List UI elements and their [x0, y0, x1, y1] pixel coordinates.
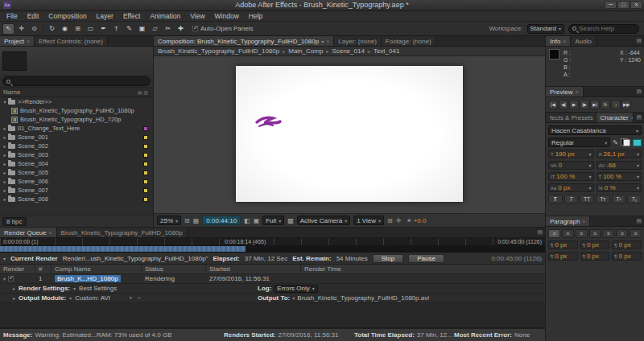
twirl-icon[interactable]: ▾	[3, 276, 6, 281]
close-tab-icon[interactable]: ×	[48, 230, 52, 236]
breadcrumb-scene[interactable]: Scene_014	[332, 47, 364, 55]
label-color-swatch[interactable]	[143, 144, 148, 149]
output-module-value[interactable]: Custom: AVI	[75, 294, 110, 302]
column-number[interactable]: #	[35, 265, 52, 273]
bit-depth-button[interactable]: 8 bpc	[2, 217, 27, 226]
region-of-interest-icon[interactable]: ▩	[287, 217, 294, 224]
space-before-control[interactable]: 0 px	[548, 252, 578, 261]
close-tab-icon[interactable]: ×	[582, 219, 585, 224]
remove-output-module-button[interactable]: −	[137, 294, 142, 302]
label-color-swatch[interactable]	[143, 135, 148, 140]
pixel-aspect-icon[interactable]: ⊞	[387, 217, 393, 224]
panel-menu-icon[interactable]: ▤	[634, 216, 644, 226]
twirl-icon[interactable]: ▸	[2, 161, 8, 166]
snapshot-icon[interactable]: ◧	[244, 217, 250, 224]
project-item-scene[interactable]: ▸ Scene_005	[0, 168, 153, 177]
breadcrumb-comp[interactable]: Brush_Kinetic_Typography_FullHD_1080p	[158, 47, 279, 55]
caret-icon[interactable]	[69, 294, 72, 302]
selection-tool-icon[interactable]: ↖	[2, 23, 14, 35]
add-output-module-button[interactable]: +	[128, 294, 134, 302]
font-size-control[interactable]: 190 px	[548, 150, 594, 158]
next-frame-button[interactable]: |▶	[580, 100, 589, 109]
last-frame-button[interactable]: ▶|	[590, 100, 600, 109]
project-item-scene[interactable]: ▸ Scene_007	[0, 186, 153, 195]
show-channel-icon[interactable]: ▣	[254, 217, 260, 224]
puppet-pin-tool-icon[interactable]: ✚	[175, 23, 187, 35]
close-tab-icon[interactable]: ×	[326, 39, 329, 44]
eyedropper-icon[interactable]: ✎	[613, 139, 618, 146]
vertical-scale-control[interactable]: 100 %	[548, 172, 594, 181]
close-tab-icon[interactable]: ×	[563, 39, 566, 44]
align-center-button[interactable]: ≡	[562, 229, 574, 238]
close-button[interactable]: ×	[630, 1, 642, 9]
stop-button[interactable]: Stop	[373, 254, 403, 263]
render-item-comp-name[interactable]: Brush_K...HD_1080p	[55, 275, 121, 282]
caret-icon[interactable]	[292, 294, 295, 302]
tracking-control[interactable]: -68	[597, 161, 642, 170]
caret-icon[interactable]	[321, 38, 324, 45]
menu-file[interactable]: File	[2, 12, 23, 20]
grid-guides-icon[interactable]: ⊞	[184, 217, 190, 224]
twirl-icon[interactable]: ▾	[3, 256, 6, 261]
extra-spacing-control[interactable]: 0 px	[612, 252, 642, 261]
horizontal-scale-control[interactable]: 100 %	[597, 172, 642, 181]
composition-viewer[interactable]	[154, 56, 545, 213]
small-caps-button[interactable]: Tт	[596, 195, 610, 203]
leading-control[interactable]: 26,1 px	[597, 150, 642, 158]
rotate-tool-icon[interactable]: ↻	[46, 23, 58, 35]
panel-menu-icon[interactable]: ▤	[634, 36, 644, 46]
resolution-select[interactable]: Full	[262, 216, 284, 225]
align-right-button[interactable]: ≡	[576, 229, 588, 238]
indent-left-control[interactable]: 0 px	[548, 240, 578, 249]
menu-view[interactable]: View	[185, 12, 209, 20]
label-color-swatch[interactable]	[143, 179, 148, 184]
column-started[interactable]: Started	[206, 265, 301, 273]
tab-render-queue[interactable]: Render Queue ×	[0, 228, 57, 237]
twirl-icon[interactable]: ▸	[2, 170, 8, 175]
ram-preview-button[interactable]: ▶▶	[621, 100, 631, 109]
type-tool-icon[interactable]: T	[110, 23, 122, 35]
play-button[interactable]: ▶	[569, 100, 579, 109]
twirl-icon[interactable]: ▾	[2, 99, 8, 105]
minimize-button[interactable]: ─	[605, 1, 617, 9]
camera-tool-icon[interactable]: ◉	[59, 23, 71, 35]
breadcrumb-text-layer[interactable]: Text_041	[374, 47, 399, 55]
menu-window[interactable]: Window	[210, 12, 244, 20]
eraser-tool-icon[interactable]: ▱	[149, 23, 161, 35]
tab-paragraph[interactable]: Paragraph×	[546, 216, 590, 226]
tab-effect-controls[interactable]: Effect Controls: (none)	[35, 36, 108, 46]
breadcrumb-main-comp[interactable]: Main_Comp	[288, 47, 323, 55]
tab-character[interactable]: Character×	[597, 113, 634, 122]
previous-frame-button[interactable]: ◀|	[559, 100, 568, 109]
menu-layer[interactable]: Layer	[92, 12, 118, 20]
twirl-icon[interactable]: ▸	[13, 286, 15, 291]
tab-audio[interactable]: Audio	[571, 36, 596, 46]
label-color-swatch[interactable]	[143, 188, 148, 193]
timeline-button-icon[interactable]: ✛	[396, 217, 402, 224]
project-item-scene[interactable]: ▸ Scene_006	[0, 177, 153, 186]
panel-menu-icon[interactable]: ▤	[634, 113, 644, 122]
align-left-button[interactable]: ≡	[548, 229, 560, 238]
tab-comp-timeline[interactable]: Brush_Kinetic_Typography_FullHD_1080p	[57, 228, 188, 237]
close-tab-icon[interactable]: ×	[27, 39, 30, 44]
auto-open-panels-checkbox[interactable]	[192, 26, 198, 31]
composition-canvas[interactable]	[236, 66, 463, 203]
view-layout-select[interactable]: 1 View	[353, 216, 384, 225]
project-item-scene[interactable]: ▸ Scene_004	[0, 159, 153, 168]
label-color-swatch[interactable]	[143, 162, 148, 166]
column-render-time[interactable]: Render Time	[301, 265, 545, 273]
first-frame-button[interactable]: |◀	[548, 100, 558, 109]
zoom-tool-icon[interactable]: ⊙	[28, 23, 40, 35]
exposure-control[interactable]: ☀ +0.0	[406, 217, 426, 224]
project-item-comp-1080p[interactable]: Brush_Kinetic_Typography_FullHD_1080p	[0, 106, 153, 115]
magnification-select[interactable]: 25%	[157, 216, 181, 225]
justify-last-left-button[interactable]: ≡	[589, 229, 601, 238]
audio-button[interactable]: ♪	[611, 100, 621, 109]
close-tab-icon[interactable]: ×	[575, 89, 578, 95]
project-item-comp-720p[interactable]: Brush_Kinetic_Typography_HD_720p	[0, 115, 153, 124]
tab-preview[interactable]: Preview×	[546, 87, 584, 97]
justify-all-button[interactable]: ≡	[630, 229, 642, 238]
font-family-select[interactable]: Hacen Casablanca	[548, 125, 642, 135]
maximize-button[interactable]: □	[617, 1, 630, 9]
twirl-icon[interactable]: ▸	[2, 143, 8, 149]
